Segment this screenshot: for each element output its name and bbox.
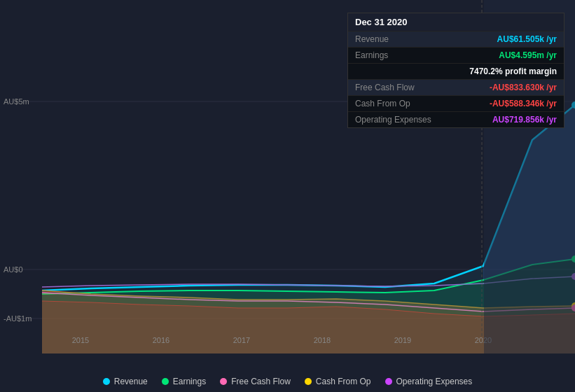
legend-label-cashfromop: Cash From Op	[316, 377, 371, 386]
legend-label-revenue: Revenue	[114, 377, 148, 386]
y-label-0: AU$0	[4, 265, 23, 274]
tooltip-label-fcf: Free Cash Flow	[355, 83, 415, 92]
legend-dot-earnings	[162, 378, 169, 385]
y-label-neg1m: -AU$1m	[4, 314, 32, 323]
tooltip-value-margin: 7470.2% profit margin	[469, 66, 557, 76]
legend-dot-revenue	[103, 378, 110, 385]
tooltip-label-earnings: Earnings	[355, 50, 388, 60]
tooltip-row-opex: Operating Expenses AU$719.856k /yr	[348, 111, 564, 127]
tooltip-row-revenue: Revenue AU$61.505k /yr	[348, 31, 564, 47]
tooltip-label-revenue: Revenue	[355, 34, 389, 44]
tooltip-label-cashfromop: Cash From Op	[355, 99, 410, 108]
tooltip-row-earnings: Earnings AU$4.595m /yr	[348, 47, 564, 63]
legend-item-earnings[interactable]: Earnings	[162, 377, 206, 386]
tooltip-value-revenue: AU$61.505k /yr	[497, 34, 557, 44]
legend-label-earnings: Earnings	[173, 377, 206, 386]
legend-item-revenue[interactable]: Revenue	[103, 377, 148, 386]
legend-item-opex[interactable]: Operating Expenses	[385, 377, 473, 386]
legend-dot-cashfromop	[305, 378, 312, 385]
tooltip-value-opex: AU$719.856k /yr	[492, 115, 557, 125]
tooltip-row-margin: 7470.2% profit margin	[348, 63, 564, 79]
x-label-2016: 2016	[153, 336, 169, 344]
chart-legend: Revenue Earnings Free Cash Flow Cash Fro…	[0, 371, 575, 392]
tooltip-value-cashfromop: -AU$588.346k /yr	[490, 99, 557, 108]
legend-dot-fcf	[220, 378, 227, 385]
tooltip-value-earnings: AU$4.595m /yr	[499, 50, 557, 60]
tooltip-value-fcf: -AU$833.630k /yr	[490, 83, 557, 92]
tooltip-date: Dec 31 2020	[348, 13, 564, 31]
tooltip-row-fcf: Free Cash Flow -AU$833.630k /yr	[348, 79, 564, 95]
legend-dot-opex	[385, 378, 392, 385]
x-label-2018: 2018	[314, 336, 331, 344]
y-label-5m: AU$5m	[4, 97, 29, 106]
legend-label-opex: Operating Expenses	[396, 377, 473, 386]
legend-label-fcf: Free Cash Flow	[231, 377, 291, 386]
x-label-2015: 2015	[72, 336, 89, 344]
tooltip-label-opex: Operating Expenses	[355, 115, 431, 125]
legend-item-cashfromop[interactable]: Cash From Op	[305, 377, 371, 386]
legend-item-fcf[interactable]: Free Cash Flow	[220, 377, 291, 386]
x-label-2019: 2019	[394, 336, 411, 344]
x-label-2017: 2017	[233, 336, 250, 344]
tooltip-row-cashfromop: Cash From Op -AU$588.346k /yr	[348, 95, 564, 111]
tooltip: Dec 31 2020 Revenue AU$61.505k /yr Earni…	[347, 13, 564, 128]
